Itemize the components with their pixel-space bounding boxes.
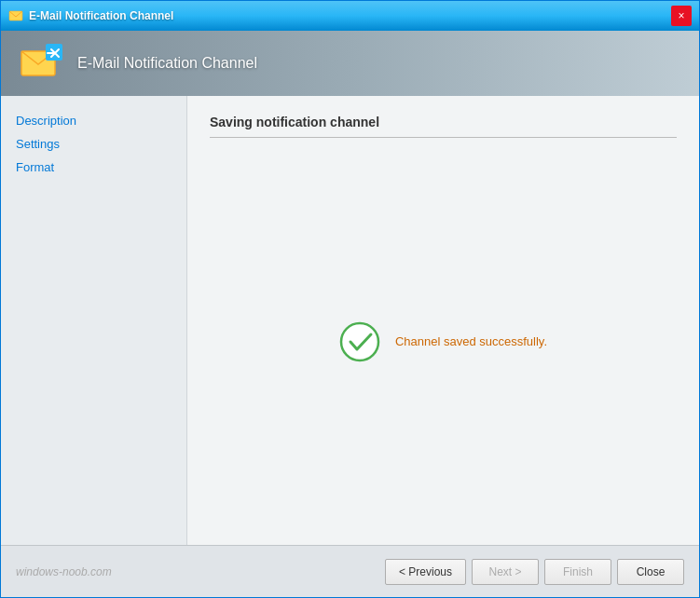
- main-window: E-Mail Notification Channel × E-Mail Not…: [0, 0, 700, 598]
- sidebar: Description Settings Format: [1, 96, 187, 545]
- header-title: E-Mail Notification Channel: [77, 55, 257, 72]
- next-button[interactable]: Next >: [472, 559, 539, 585]
- email-header-icon: [20, 44, 64, 83]
- main-area: Description Settings Format Saving notif…: [1, 96, 699, 545]
- title-bar-text: E-Mail Notification Channel: [29, 9, 173, 22]
- title-bar-controls: ×: [671, 6, 692, 26]
- content-area: Saving notification channel Channel save…: [187, 96, 699, 545]
- sidebar-item-format[interactable]: Format: [1, 156, 186, 179]
- success-message: Channel saved successfully.: [395, 334, 547, 348]
- svg-point-4: [341, 323, 378, 360]
- success-area: Channel saved successfully.: [210, 156, 677, 526]
- finish-button[interactable]: Finish: [544, 559, 611, 585]
- app-icon: [8, 8, 23, 23]
- close-window-button[interactable]: ×: [671, 6, 692, 26]
- previous-button[interactable]: < Previous: [385, 559, 466, 585]
- sidebar-item-settings[interactable]: Settings: [1, 132, 186, 156]
- footer: windows-noob.com < Previous Next > Finis…: [1, 545, 699, 597]
- footer-buttons: < Previous Next > Finish Close: [385, 559, 684, 585]
- close-button[interactable]: Close: [617, 559, 684, 585]
- section-title: Saving notification channel: [210, 115, 677, 138]
- success-icon: [339, 321, 380, 362]
- title-bar-left: E-Mail Notification Channel: [8, 8, 173, 23]
- header-banner: E-Mail Notification Channel: [1, 31, 699, 96]
- title-bar: E-Mail Notification Channel ×: [1, 1, 699, 31]
- watermark-text: windows-noob.com: [16, 565, 112, 578]
- sidebar-item-description[interactable]: Description: [1, 109, 186, 132]
